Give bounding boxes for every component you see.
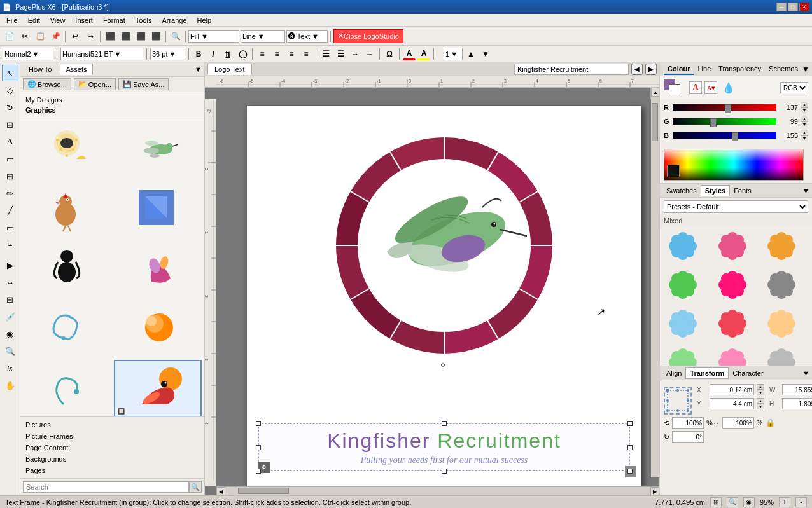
style-ltblue-flower[interactable] — [664, 306, 702, 341]
page-down-button[interactable]: ▼ — [479, 48, 492, 60]
fill-tool[interactable]: ◉ — [2, 326, 18, 342]
fill-dropdown[interactable]: Fill ▼ — [188, 30, 239, 43]
style-orange-flower[interactable] — [762, 228, 801, 263]
asset-rooster[interactable] — [23, 181, 111, 238]
outdent-button[interactable]: ← — [363, 48, 376, 60]
status-btn2[interactable]: 🔍 — [727, 497, 738, 507]
text-frame[interactable]: Kingfisher Recruitment Pulling your need… — [258, 423, 630, 471]
open-button[interactable]: 📂 Open... — [74, 78, 116, 90]
x-input[interactable] — [710, 384, 754, 395]
canvas-prev-button[interactable]: ◀ — [631, 64, 643, 75]
indent-button[interactable]: → — [349, 48, 361, 60]
menu-format[interactable]: Format — [98, 15, 130, 25]
zoom-out-status-button[interactable]: - — [795, 497, 807, 507]
zoom-in-status-button[interactable]: + — [779, 497, 790, 507]
rotation-input[interactable] — [672, 431, 704, 443]
text-dropdown[interactable]: 🅐 Text ▼ — [286, 30, 328, 43]
handle-tl[interactable] — [256, 421, 261, 426]
handle-br[interactable] — [627, 469, 633, 474]
charmap-button[interactable]: Ω — [383, 48, 396, 60]
crop-tool[interactable]: ⊞ — [2, 116, 18, 133]
dimension-tool[interactable]: ↔ — [2, 274, 18, 291]
style-pink-flower[interactable] — [713, 228, 752, 263]
asset-colorful-splash[interactable] — [114, 240, 202, 298]
r-down-arrow[interactable]: ▼ — [801, 107, 808, 113]
copy-button[interactable]: 📋 — [33, 29, 47, 43]
text-color-tool-btn[interactable]: A — [689, 81, 702, 94]
highlight-tool-btn[interactable]: A▾ — [704, 81, 717, 94]
align-right-button[interactable]: ⬛ — [134, 29, 148, 43]
zoom-in-button[interactable]: 🔍 — [169, 29, 183, 43]
menu-help[interactable]: Help — [192, 15, 217, 25]
align-center-fmt-button[interactable]: ≡ — [270, 48, 283, 60]
handle-mr[interactable] — [627, 445, 633, 450]
draw-tool[interactable]: ✏ — [2, 185, 18, 202]
cut-button[interactable]: ✂ — [18, 29, 32, 43]
paste-button[interactable]: 📌 — [48, 29, 62, 43]
text-tool[interactable]: A — [2, 134, 18, 150]
asset-stick-figure[interactable] — [23, 240, 111, 298]
asset-blue-shape[interactable] — [114, 181, 202, 238]
scroll-up-button[interactable]: ▲ — [651, 88, 659, 97]
asset-bird1[interactable] — [23, 121, 111, 178]
menu-view[interactable]: View — [45, 15, 71, 25]
select-tool[interactable]: ↖ — [2, 65, 18, 81]
status-btn3[interactable]: ◉ — [743, 497, 755, 507]
align-justify-fmt-button[interactable]: ≡ — [300, 48, 312, 60]
scroll-left-button[interactable]: ◀ — [216, 487, 225, 495]
scroll-thumb-v[interactable] — [652, 103, 658, 141]
font-dropdown[interactable]: Humanst521 BT▼ — [60, 48, 143, 60]
style-lt-pink-flower[interactable] — [713, 345, 752, 366]
page-dropdown[interactable]: 1▼ — [444, 48, 463, 60]
x-up-arrow[interactable]: ▲ — [757, 384, 764, 390]
black-swatch[interactable] — [667, 165, 680, 177]
align-justify-button[interactable]: ⬛ — [149, 29, 163, 43]
line-tab[interactable]: Line — [694, 64, 715, 75]
effects-tool[interactable]: fx — [2, 360, 18, 376]
redo-button[interactable]: ↪ — [83, 29, 97, 43]
scroll-right-button[interactable]: ▶ — [650, 487, 659, 495]
asset-small-swirl[interactable] — [23, 360, 111, 416]
eyedropper-tool[interactable]: 💉 — [2, 308, 18, 325]
numbered-list-button[interactable]: ☰ — [334, 48, 347, 60]
fontsize-dropdown[interactable]: 36 pt▼ — [150, 48, 185, 60]
y-down-arrow[interactable]: ▼ — [757, 404, 764, 409]
scale-h-input[interactable] — [722, 417, 754, 429]
close-button[interactable]: ✕ — [799, 3, 809, 11]
canvas-next-button[interactable]: ▶ — [645, 64, 657, 75]
picture-frames-nav[interactable]: Picture Frames — [23, 431, 202, 441]
expand-tool[interactable]: ▶ — [2, 257, 18, 273]
handle-tc[interactable] — [442, 421, 447, 426]
color-spectrum[interactable] — [664, 149, 804, 181]
logo-text-tab[interactable]: Logo Text — [207, 64, 252, 75]
style-lt-green-flower[interactable] — [664, 345, 702, 366]
line-tool[interactable]: ╱ — [2, 202, 18, 219]
menu-file[interactable]: File — [1, 15, 23, 25]
scroll-track-v[interactable] — [651, 97, 659, 477]
style-dropdown[interactable]: Normal2▼ — [3, 48, 53, 60]
pages-nav[interactable]: Pages — [23, 465, 202, 476]
ssf-options-button[interactable]: ▼ — [802, 187, 809, 195]
text-color-button[interactable]: A — [403, 48, 416, 60]
asset-swirl[interactable] — [23, 300, 111, 357]
zoom-tool[interactable]: 🔍 — [2, 343, 18, 359]
search-button[interactable]: 🔍 — [189, 481, 202, 493]
schemes-tab[interactable]: Schemes — [765, 64, 802, 75]
b-down-arrow[interactable]: ▼ — [801, 135, 808, 141]
styles-tab[interactable]: Styles — [701, 185, 730, 196]
frame-tool[interactable]: ▭ — [2, 151, 18, 167]
page-content-nav[interactable]: Page Content — [23, 443, 202, 453]
my-designs-nav[interactable]: My Designs — [25, 95, 199, 105]
style-lt-orange-flower[interactable] — [762, 306, 801, 341]
text-frame-container[interactable]: Kingfisher Recruitment Pulling your need… — [258, 423, 630, 471]
x-down-arrow[interactable]: ▼ — [757, 390, 764, 395]
style-lt-gray-flower[interactable] — [762, 345, 801, 366]
assets-tab[interactable]: Assets — [60, 64, 92, 75]
y-input[interactable] — [710, 398, 754, 409]
connector-tool[interactable]: ⤷ — [2, 237, 18, 253]
color-mode-select[interactable]: RGB — [780, 82, 808, 93]
node-tool[interactable]: ◇ — [2, 82, 18, 99]
atc-options-button[interactable]: ▼ — [802, 369, 809, 377]
align-center-button[interactable]: ⬛ — [118, 29, 132, 43]
undo-button[interactable]: ↩ — [68, 29, 82, 43]
